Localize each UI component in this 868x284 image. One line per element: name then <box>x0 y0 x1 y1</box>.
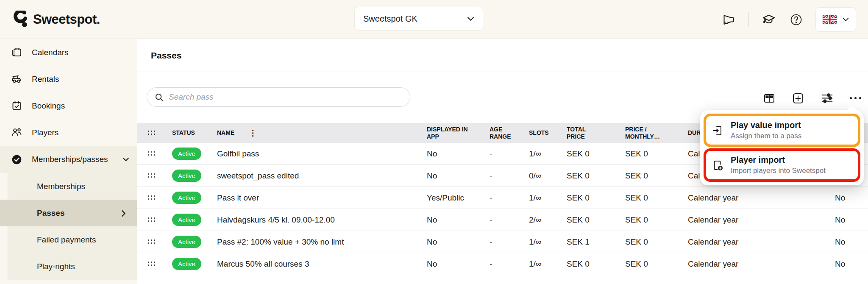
calendars-icon <box>11 47 22 58</box>
table-row[interactable]: Active Halvdagskurs 4/5 kl. 09.00-12.00 … <box>137 209 868 231</box>
slots-cell: 0/∞ <box>529 171 567 181</box>
status-cell: Active <box>172 214 217 226</box>
row-drag-handle[interactable] <box>137 151 172 156</box>
sweetspot-logo[interactable]: Sweetspot. <box>13 11 100 28</box>
row-drag-handle[interactable] <box>137 239 172 244</box>
menu-item-subtitle: Import players into Sweetspot <box>731 167 826 175</box>
sidebar-item-memberships-passes[interactable]: Memberships/passes <box>0 146 137 173</box>
megaphone-icon <box>722 13 736 27</box>
status-cell: Active <box>172 192 217 204</box>
trailing-cell: No <box>830 215 868 225</box>
name-cell: Marcus 50% all courses 3 <box>217 259 427 269</box>
sidebar-subitem-play-rights[interactable]: Play-rights <box>0 253 137 280</box>
displayed-cell: Yes/Public <box>427 193 490 203</box>
search-icon <box>155 93 164 102</box>
plus-square-icon <box>792 92 804 105</box>
row-drag-handle[interactable] <box>137 195 172 200</box>
menu-item-title: Player import <box>731 155 826 165</box>
age-cell: - <box>490 149 529 159</box>
status-cell: Active <box>172 170 217 182</box>
more-options-button[interactable] <box>849 96 862 100</box>
price-monthly-cell: SEK 0 <box>625 171 688 181</box>
sliders-icon <box>821 92 834 105</box>
age-cell: - <box>490 171 529 181</box>
status-cell: Active <box>172 236 217 248</box>
sidebar-item-label: Rentals <box>32 75 59 84</box>
membership-badge-icon <box>11 154 22 165</box>
duration-cell: Calendar year <box>688 193 830 203</box>
row-drag-handle[interactable] <box>137 173 172 178</box>
name-cell: sweetspot_pass edited <box>217 171 427 181</box>
sidebar-item-label: Calendars <box>32 48 69 57</box>
table-row[interactable]: Active Pass #2: 100% value + 30% no limt… <box>137 231 868 253</box>
header-age-range: AGE RANGE <box>490 126 529 140</box>
total-price-cell: SEK 0 <box>567 193 625 203</box>
slots-cell: 2/∞ <box>529 215 567 225</box>
price-monthly-cell: SEK 0 <box>625 149 688 159</box>
slots-cell: 1/∞ <box>529 149 567 159</box>
status-badge: Active <box>172 170 201 182</box>
name-cell: Golfbil pass <box>217 149 427 159</box>
topbar-actions <box>721 0 856 39</box>
slots-cell: 1/∞ <box>529 193 567 203</box>
header-status: STATUS <box>172 129 217 136</box>
trailing-cell: No <box>830 193 868 203</box>
players-icon <box>11 127 22 138</box>
table-toolbar <box>762 91 862 106</box>
menu-item-subtitle: Assign them to a pass <box>731 132 801 140</box>
help-icon <box>790 13 803 26</box>
trailing-cell: No <box>830 259 868 269</box>
golf-cart-icon <box>11 73 22 85</box>
sidebar-item-bookings[interactable]: Bookings <box>0 92 137 119</box>
highlight-annotation-red: Player import Import players into Sweets… <box>704 148 860 182</box>
memberships-submenu: Memberships Passes Failed payments Play-… <box>0 173 137 280</box>
header-total-price: TOTAL PRICE <box>567 126 625 140</box>
search-input[interactable] <box>169 92 402 102</box>
sidebar-subitem-memberships[interactable]: Memberships <box>0 173 137 200</box>
displayed-cell: No <box>427 237 490 247</box>
status-badge: Active <box>172 148 201 160</box>
sidebar-item-calendars[interactable]: Calendars <box>0 39 137 66</box>
file-import-icon <box>711 124 724 137</box>
row-drag-handle[interactable] <box>137 217 172 222</box>
columns-icon <box>763 92 776 105</box>
highlight-annotation-orange: Play value import Assign them to a pass <box>704 114 860 147</box>
page-title: Passes <box>151 50 181 61</box>
sidebar-subitem-failed-payments[interactable]: Failed payments <box>0 226 137 253</box>
filters-button[interactable] <box>820 91 835 106</box>
academy-button[interactable] <box>761 11 777 28</box>
status-badge: Active <box>172 214 201 226</box>
sidebar-item-players[interactable]: Players <box>0 119 137 146</box>
announcements-button[interactable] <box>721 12 737 28</box>
sweetspot-app: { "brand": { "logo": "Sweetspot." }, "to… <box>0 0 868 284</box>
sidebar-item-rentals[interactable]: Rentals <box>0 66 137 92</box>
price-monthly-cell: SEK 0 <box>625 237 688 247</box>
club-selector-label: Sweetspot GK <box>363 14 417 24</box>
price-monthly-cell: SEK 0 <box>625 193 688 203</box>
column-menu-icon[interactable]: ⋮ <box>249 129 257 137</box>
club-selector[interactable]: Sweetspot GK <box>354 7 483 31</box>
table-row[interactable]: Active Pass it over Yes/Public - 1/∞ SEK… <box>137 187 868 209</box>
name-cell: Pass #2: 100% value + 30% no limt <box>217 237 427 247</box>
status-badge: Active <box>172 236 201 248</box>
columns-button[interactable] <box>762 91 776 106</box>
total-price-cell: SEK 1 <box>567 237 625 247</box>
row-drag-handle[interactable] <box>137 262 172 266</box>
sidebar-item-label: Bookings <box>32 101 65 111</box>
table-row[interactable]: Active Marcus 50% all courses 3 No - 1/∞… <box>137 253 868 275</box>
age-cell: - <box>490 237 529 247</box>
sidebar-subitem-passes[interactable]: Passes <box>0 200 137 226</box>
language-selector[interactable] <box>815 7 856 32</box>
brand-name: Sweetspot. <box>33 12 100 27</box>
add-pass-button[interactable] <box>791 91 805 106</box>
menu-item-play-value-import[interactable]: Play value import Assign them to a pass <box>706 116 858 145</box>
sidebar-item-label: Players <box>32 128 58 137</box>
total-price-cell: SEK 0 <box>567 171 625 181</box>
slots-cell: 1/∞ <box>529 237 567 247</box>
import-context-menu: Play value import Assign them to a pass … <box>700 110 864 185</box>
uk-flag-icon <box>823 15 837 24</box>
menu-item-player-import[interactable]: Player import Import players into Sweets… <box>706 151 858 179</box>
header-drag-handle[interactable] <box>137 131 172 135</box>
price-monthly-cell: SEK 0 <box>625 215 688 225</box>
help-button[interactable] <box>789 12 804 27</box>
